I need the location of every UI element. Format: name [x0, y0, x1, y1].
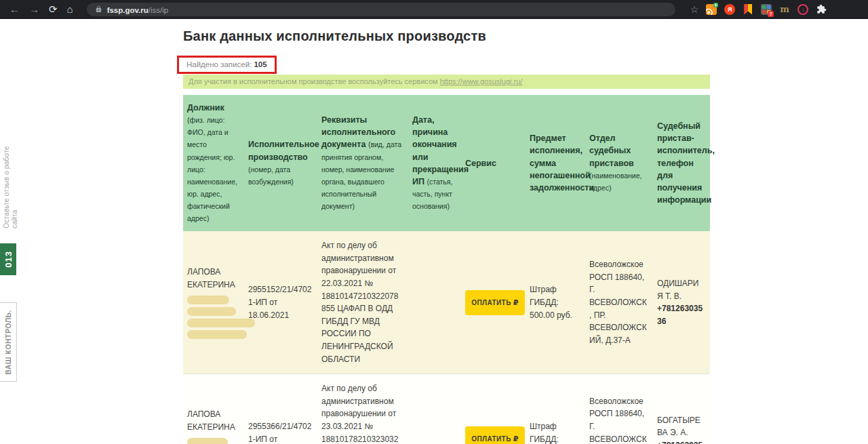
records-found-count: 105 — [254, 60, 267, 68]
gosuslugi-link[interactable]: https://www.gosuslugi.ru/ — [440, 77, 523, 85]
document-cell: Акт по делу об административном правонар… — [317, 374, 408, 444]
notice-text: Для участия в исполнительном производств… — [189, 77, 438, 85]
reload-icon[interactable]: ⟳ — [49, 4, 58, 14]
department-cell: Всеволожское РОСП 188640, Г. ВСЕВОЛОЖСК,… — [585, 387, 653, 444]
redacted-block — [187, 296, 239, 339]
column-header: Должник (физ. лицо: ФИО, дата и место ро… — [183, 95, 244, 231]
column-header: Судебный пристав-исполнитель, телефон дл… — [653, 113, 710, 213]
redacted-text — [187, 438, 228, 444]
vash-kontrol-tab[interactable]: ВАШ КОНТРОЛЬ. — [0, 302, 17, 382]
puzzle-extensions-icon[interactable] — [816, 4, 827, 15]
column-header: Реквизиты исполнительного документа (вид… — [317, 107, 408, 219]
column-header: Дата, причина окончания или прекращения … — [408, 107, 461, 219]
column-header: Исполнительное производство (номер, дата… — [244, 132, 317, 195]
main-content: Банк данных исполнительных производств Н… — [183, 28, 710, 444]
url-text: fssp.gov.ru/iss/ip — [107, 3, 169, 16]
page-title: Банк данных исполнительных производств — [183, 28, 710, 44]
feedback-tab[interactable]: Оставьте отзыв о работе сайта — [2, 130, 18, 228]
debtor-cell: ЛАПОВА ЕКАТЕРИНА — [183, 258, 244, 347]
browser-toolbar: ← → ⟳ ⌂ fssp.gov.ru/iss/ip ☆ Я ? m ↓ — [0, 0, 868, 19]
lock-icon — [95, 5, 102, 13]
column-header-note: (номер, дата возбуждения) — [248, 165, 294, 186]
page-body: Оставьте отзыв о работе сайта 013 ВАШ КО… — [0, 28, 868, 444]
column-header-title: Сервис — [465, 159, 496, 168]
department-cell: Всеволожское РОСП 188640, Г. ВСЕВОЛОЖСК,… — [585, 250, 653, 355]
column-header-note: (физ. лицо: ФИО, дата и место рождения; … — [187, 116, 237, 222]
officer-name: ОДИШАРИЯ Т. В. — [657, 277, 705, 302]
column-header-title: Предмет исполнения, сумма непогашенной з… — [530, 134, 594, 193]
debtor-name: ЛАПОВА ЕКАТЕРИНА — [187, 266, 239, 291]
pay-button-label: ОПЛАТИТЬ — [471, 299, 511, 306]
pay-button-label: ОПЛАТИТЬ — [471, 435, 511, 443]
yandex-extension-icon[interactable]: Я — [724, 4, 735, 15]
home-icon[interactable]: ⌂ — [67, 4, 73, 14]
pay-button[interactable]: ОПЛАТИТЬ ₽ — [465, 426, 525, 444]
tab-manager-extension-icon[interactable]: ? — [761, 4, 772, 15]
end-reason-cell — [408, 431, 461, 444]
m-extension-icon[interactable]: m — [779, 4, 790, 15]
url-bar[interactable]: fssp.gov.ru/iss/ip — [87, 3, 675, 16]
history-extension-icon[interactable]: ↓ — [797, 4, 808, 15]
column-header-title: Исполнительное производство — [248, 140, 319, 161]
counter-badge-label: 013 — [3, 251, 14, 268]
table-row: ЛАПОВА ЕКАТЕРИНА 2955152/21/47021-ИП от … — [183, 231, 710, 374]
records-found-annotation: Найдено записей: 105 — [177, 56, 277, 74]
column-header: Предмет исполнения, сумма непогашенной з… — [526, 125, 585, 201]
table-row: ЛАПОВА ЕКАТЕРИНА 2955366/21/47021-ИП от … — [183, 374, 710, 444]
ruble-icon: ₽ — [513, 435, 519, 443]
service-cell: ОПЛАТИТЬ ₽ — [461, 282, 526, 323]
column-header: Отдел судебных приставов (наименование, … — [585, 125, 653, 201]
column-header-title: Должник — [187, 103, 224, 113]
officer-phone: +78126303536 — [657, 302, 705, 327]
column-header-title: Отдел судебных приставов — [589, 134, 634, 167]
url-path: /iss/ip — [149, 6, 168, 14]
debtor-cell: ЛАПОВА ЕКАТЕРИНА — [183, 400, 244, 444]
extensions-row: ☆ Я ? m ↓ — [690, 4, 827, 15]
table-header-row: Должник (физ. лицо: ФИО, дата и место ро… — [183, 95, 710, 231]
pay-button[interactable]: ОПЛАТИТЬ ₽ — [465, 290, 525, 315]
subject-cell: Штраф ГИБДД: 1000.00 руб. — [526, 412, 585, 444]
officer-cell: БОГАТЫРЕВА Э. А. +78126303536 — [653, 406, 710, 444]
subject-cell: Штраф ГИБДД: 500.00 руб. — [526, 275, 585, 329]
column-header-title: Судебный пристав-исполнитель, телефон дл… — [657, 121, 715, 205]
redacted-text — [187, 307, 236, 316]
bookmark-star-icon[interactable]: ☆ — [690, 4, 699, 15]
notice-bar: Для участия в исполнительном производств… — [183, 75, 710, 89]
rss-extension-icon[interactable] — [706, 4, 717, 15]
redacted-text — [187, 296, 229, 304]
counter-badge: 013 — [0, 243, 16, 275]
records-found-label: Найдено записей: — [186, 60, 252, 68]
document-cell: Акт по делу об административном правонар… — [317, 231, 408, 374]
case-number-cell: 2955366/21/47021-ИП от 18.06.2021 — [244, 412, 317, 444]
officer-name: БОГАТЫРЕВА Э. А. — [657, 414, 705, 439]
end-reason-cell — [408, 294, 461, 310]
column-header-note: (наименование, адрес) — [589, 171, 642, 192]
column-header-note: (вид, дата принятия органом, номер, наим… — [321, 140, 401, 210]
column-header: Сервис — [461, 150, 526, 176]
officer-cell: ОДИШАРИЯ Т. В. +78126303536 — [653, 269, 710, 336]
url-host: fssp.gov.ru — [107, 6, 149, 14]
vash-kontrol-label: ВАШ КОНТРОЛЬ. — [4, 310, 12, 375]
officer-phone: +78126303536 — [657, 439, 705, 444]
ruble-icon: ₽ — [513, 298, 519, 307]
column-header-title: Дата, причина окончания или прекращения … — [412, 115, 469, 186]
debtor-name: ЛАПОВА ЕКАТЕРИНА — [187, 408, 239, 433]
redacted-text — [187, 330, 247, 339]
case-number-cell: 2955152/21/47021-ИП от 18.06.2021 — [244, 275, 317, 329]
bookmark-flag-extension-icon[interactable] — [743, 4, 753, 15]
table-body: ЛАПОВА ЕКАТЕРИНА 2955152/21/47021-ИП от … — [183, 231, 710, 444]
forward-icon[interactable]: → — [29, 4, 39, 14]
service-cell: ОПЛАТИТЬ ₽ — [461, 418, 526, 444]
extension-badge: ? — [768, 11, 774, 17]
back-icon[interactable]: ← — [9, 4, 20, 14]
redacted-block — [187, 438, 239, 444]
